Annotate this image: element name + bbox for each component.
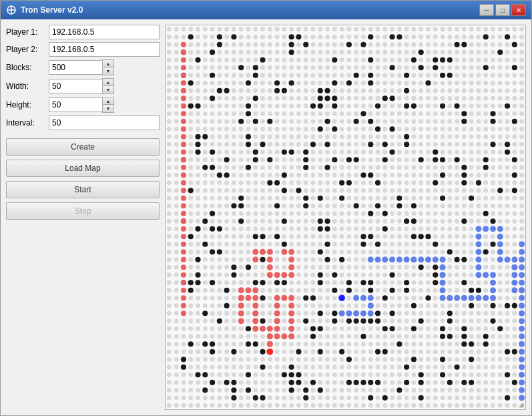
content-area: Player 1: Player 2: Blocks: ▲ ▼ Width: [1, 19, 531, 415]
height-up-button[interactable]: ▲ [103, 97, 113, 105]
game-canvas: ◢ [165, 25, 526, 410]
window-controls: ─ □ ✕ [479, 4, 526, 16]
width-spinner-buttons: ▲ ▼ [102, 78, 114, 94]
width-label: Width: [6, 81, 46, 91]
window-title: Tron Server v2.0 [21, 5, 479, 15]
blocks-row: Blocks: ▲ ▼ [6, 59, 160, 75]
main-window: Tron Server v2.0 ─ □ ✕ Player 1: Player … [0, 0, 532, 416]
blocks-spinner-buttons: ▲ ▼ [102, 59, 114, 75]
title-bar: Tron Server v2.0 ─ □ ✕ [1, 1, 531, 19]
player1-row: Player 1: [6, 25, 160, 39]
height-down-button[interactable]: ▼ [103, 105, 113, 112]
create-button[interactable]: Create [6, 138, 160, 156]
player2-input[interactable] [49, 42, 160, 57]
app-icon [6, 5, 17, 15]
interval-input[interactable] [49, 116, 160, 130]
height-input[interactable] [49, 97, 102, 112]
interval-label: Interval: [6, 118, 46, 128]
blocks-up-button[interactable]: ▲ [103, 60, 113, 67]
player2-label: Player 2: [6, 45, 46, 54]
width-down-button[interactable]: ▼ [103, 86, 113, 93]
blocks-label: Blocks: [6, 63, 46, 72]
stop-button[interactable]: Stop [6, 202, 160, 220]
blocks-input[interactable] [49, 60, 102, 75]
interval-row: Interval: [6, 116, 160, 130]
tron-canvas [166, 25, 525, 409]
height-label: Height: [6, 100, 46, 110]
player2-row: Player 2: [6, 42, 160, 57]
minimize-button[interactable]: ─ [479, 4, 494, 16]
close-button[interactable]: ✕ [511, 4, 526, 16]
player1-label: Player 1: [6, 27, 46, 37]
width-row: Width: ▲ ▼ [6, 78, 160, 94]
left-panel: Player 1: Player 2: Blocks: ▲ ▼ Width: [6, 25, 160, 410]
blocks-down-button[interactable]: ▼ [103, 67, 113, 75]
width-spinner: ▲ ▼ [49, 78, 114, 94]
height-spinner: ▲ ▼ [49, 97, 114, 113]
start-button[interactable]: Start [6, 181, 160, 198]
blocks-spinner: ▲ ▼ [49, 59, 114, 75]
action-buttons: Create Load Map Start Stop [6, 138, 160, 220]
height-spinner-buttons: ▲ ▼ [102, 97, 114, 113]
width-input[interactable] [49, 79, 102, 93]
load-map-button[interactable]: Load Map [6, 160, 160, 177]
maximize-button[interactable]: □ [495, 4, 510, 16]
player1-input[interactable] [49, 25, 160, 39]
height-row: Height: ▲ ▼ [6, 97, 160, 113]
width-up-button[interactable]: ▲ [103, 79, 113, 86]
resize-handle[interactable]: ◢ [516, 400, 524, 408]
